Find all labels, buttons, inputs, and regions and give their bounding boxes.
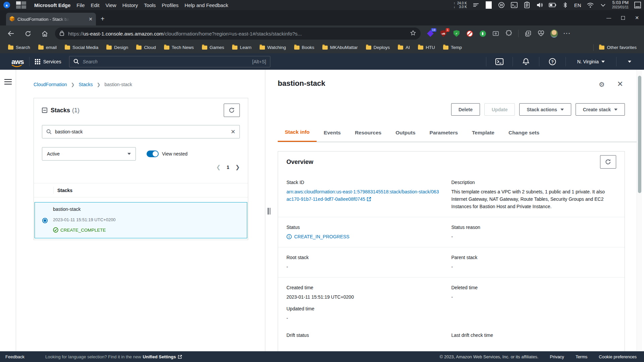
menu-profiles[interactable]: Profiles [162,2,178,8]
stack-actions-button[interactable]: Stack actions [519,103,571,116]
reload-button[interactable] [22,28,34,39]
cloudshell-icon[interactable] [492,58,507,65]
cookie-preferences-link[interactable]: Cookie preferences [599,354,637,359]
tab-stack-info[interactable]: Stack info [278,123,317,142]
pane-splitter[interactable] [265,70,273,351]
antivirus-extension-icon[interactable]: ✓ [453,30,460,37]
extension-purple-icon[interactable]: 19 [427,30,434,37]
bookmark-tech-news[interactable]: Tech News [164,45,194,50]
menu-file[interactable]: File [76,2,85,8]
adblock-extension-icon[interactable] [466,30,473,37]
hamburger-menu-icon[interactable] [4,79,12,84]
region-selector[interactable]: N. Virginia [571,59,611,64]
unified-settings-link[interactable]: Unified Settings [143,354,182,359]
battery-icon[interactable] [549,1,556,9]
terminal-tray-icon[interactable] [511,1,518,9]
bookmark-email[interactable]: email [38,45,57,50]
bookmark-htu[interactable]: HTU [418,45,435,50]
bookmark-mkabumattar[interactable]: MKAbuMattar [322,45,358,50]
notifications-bell-icon[interactable] [518,58,534,65]
capture-extension-icon[interactable] [492,30,499,37]
bookmark-books[interactable]: Books [294,45,315,50]
home-button[interactable] [39,28,50,39]
bluetooth-icon[interactable] [561,1,569,9]
bookmark-cloud[interactable]: Cloud [136,45,156,50]
tab-resources[interactable]: Resources [348,123,388,142]
stack-status-filter-select[interactable]: Active [42,147,136,161]
view-nested-toggle[interactable] [147,150,159,157]
tray-chevron-icon[interactable] [599,1,607,9]
current-page[interactable]: 1 [227,165,229,170]
menu-edit[interactable]: Edit [91,2,100,8]
extensions-puzzle-icon[interactable] [505,30,513,37]
bookmark-watching[interactable]: Watching [260,45,286,50]
stack-radio-selected[interactable] [42,218,48,223]
activity-indicator-icon[interactable]: ▲ [3,2,10,8]
feedback-link[interactable]: Feedback [5,354,24,359]
bookmark-social-media[interactable]: Social Media [65,45,98,50]
delete-button[interactable]: Delete [451,103,480,116]
url-field[interactable]: https://us-east-1.console.aws.amazon.com… [55,27,421,40]
profile-avatar[interactable] [550,30,558,37]
bookmark-games[interactable]: Games [202,45,224,50]
next-page-icon[interactable]: ❯ [235,164,240,170]
bookmark-design[interactable]: Design [106,45,128,50]
notes-tray-icon[interactable] [485,1,492,9]
volume-icon[interactable] [536,1,543,9]
stack-name[interactable]: bastion-stack [53,206,80,212]
aws-search-input[interactable]: Search [Alt+S] [69,56,270,67]
system-monitor-icon[interactable] [472,1,480,9]
prev-page-icon[interactable]: ❮ [216,164,220,170]
settings-gear-icon[interactable]: ⚙ [599,80,605,88]
aws-logo[interactable]: aws [11,58,24,66]
menu-tools[interactable]: Tools [144,2,156,8]
tab-template[interactable]: Template [465,123,501,142]
menu-view[interactable]: View [105,2,116,8]
clipboard-tray-icon[interactable] [523,1,531,9]
menu-help-feedback[interactable]: Help and Feedback [184,2,228,8]
collections-icon[interactable] [524,30,532,37]
workspace-grid-icon[interactable] [16,1,26,9]
tab-outputs[interactable]: Outputs [388,123,422,142]
stack-filter-input[interactable]: bastion-stack ✕ [42,125,240,138]
other-favorites[interactable]: Other favorites [599,45,637,50]
browser-essentials-icon[interactable] [537,30,545,37]
window-minimize-button[interactable]: — [602,10,616,25]
stack-id-value[interactable]: arn:aws:cloudformation:us-east-1:5798831… [286,188,441,203]
window-maximize-button[interactable] [616,10,630,25]
scrollbar-thumb[interactable] [638,76,641,193]
show-desktop-icon[interactable] [634,1,641,9]
bookmark-temp[interactable]: Temp [443,45,462,50]
terms-link[interactable]: Terms [576,354,587,359]
stack-row-bastion-stack[interactable]: bastion-stack 2023-01-11 15:51:19 UTC+02… [35,202,247,238]
language-indicator[interactable]: EN [574,2,581,8]
breadcrumb-stacks[interactable]: Stacks [79,82,93,87]
menu-history[interactable]: History [122,2,138,8]
new-tab-button[interactable]: + [101,15,105,23]
bookmark-ai[interactable]: AI [398,45,410,50]
back-button[interactable] [5,28,17,39]
window-close-button[interactable]: ✕ [630,10,644,25]
clear-filter-icon[interactable]: ✕ [231,128,235,135]
bookmark-search[interactable]: Search [8,45,30,50]
page-scrollbar[interactable] [637,70,642,351]
wifi-icon[interactable] [587,1,594,9]
favorite-star-icon[interactable] [410,30,416,37]
tab-parameters[interactable]: Parameters [423,123,465,142]
refresh-stacks-button[interactable] [224,104,240,117]
splitter-handle-icon[interactable] [268,208,270,215]
services-menu[interactable]: Services [35,59,61,64]
privacy-link[interactable]: Privacy [550,354,564,359]
tab-events[interactable]: Events [317,123,348,142]
browser-tab-cloudformation[interactable]: CloudFormation - Stack ba ✕ [6,13,96,25]
refresh-overview-button[interactable] [600,155,616,169]
collapse-panel-icon[interactable] [42,108,47,113]
clock[interactable]: 5:03 PM 2023/01/11 [612,0,629,10]
breadcrumb-cloudformation[interactable]: CloudFormation [34,82,67,87]
create-stack-button[interactable]: Create stack [576,103,625,116]
account-menu[interactable] [622,61,639,63]
update-button[interactable]: Update [484,103,515,116]
tab-close-icon[interactable]: ✕ [89,16,93,22]
browser-menu-icon[interactable]: ··· [564,31,571,37]
pause-tray-icon[interactable] [498,1,505,9]
